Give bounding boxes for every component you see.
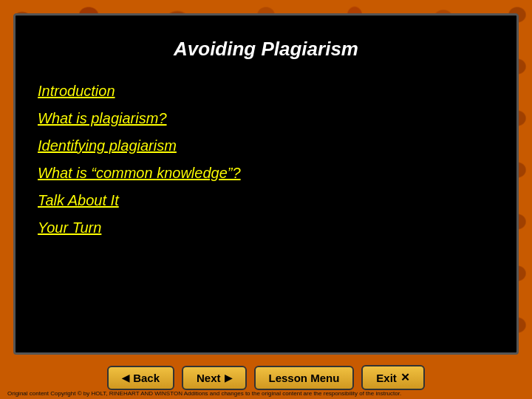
- exit-label: Exit: [376, 372, 397, 384]
- footer-copyright: Original content Copyright © by HOLT, RI…: [7, 390, 401, 397]
- nav-link-1[interactable]: What is plagiarism?: [38, 110, 167, 126]
- nav-link-0[interactable]: Introduction: [38, 83, 115, 99]
- list-item: Identifying plagiarism: [38, 137, 494, 154]
- exit-button[interactable]: Exit ✕: [361, 365, 425, 390]
- main-content-area: Avoiding Plagiarism IntroductionWhat is …: [13, 13, 519, 355]
- next-arrow-icon: ▶: [225, 372, 232, 383]
- next-label: Next: [197, 372, 221, 384]
- back-arrow-icon: ◀: [122, 372, 129, 383]
- navigation-list: IntroductionWhat is plagiarism?Identifyi…: [38, 83, 494, 236]
- back-label: Back: [133, 372, 160, 384]
- nav-link-2[interactable]: Identifying plagiarism: [38, 137, 177, 154]
- next-button[interactable]: Next ▶: [182, 366, 247, 390]
- nav-link-5[interactable]: Your Turn: [38, 219, 101, 236]
- list-item: What is plagiarism?: [38, 110, 494, 127]
- list-item: Introduction: [38, 83, 494, 100]
- page-title: Avoiding Plagiarism: [38, 38, 494, 61]
- back-button[interactable]: ◀ Back: [107, 366, 174, 390]
- list-item: What is “common knowledge”?: [38, 165, 494, 182]
- exit-x-icon: ✕: [400, 371, 410, 384]
- nav-link-3[interactable]: What is “common knowledge”?: [38, 165, 241, 181]
- list-item: Talk About It: [38, 192, 494, 209]
- lesson-menu-button[interactable]: Lesson Menu: [254, 366, 355, 390]
- list-item: Your Turn: [38, 219, 494, 236]
- lesson-menu-label: Lesson Menu: [269, 372, 340, 384]
- nav-link-4[interactable]: Talk About It: [38, 192, 119, 208]
